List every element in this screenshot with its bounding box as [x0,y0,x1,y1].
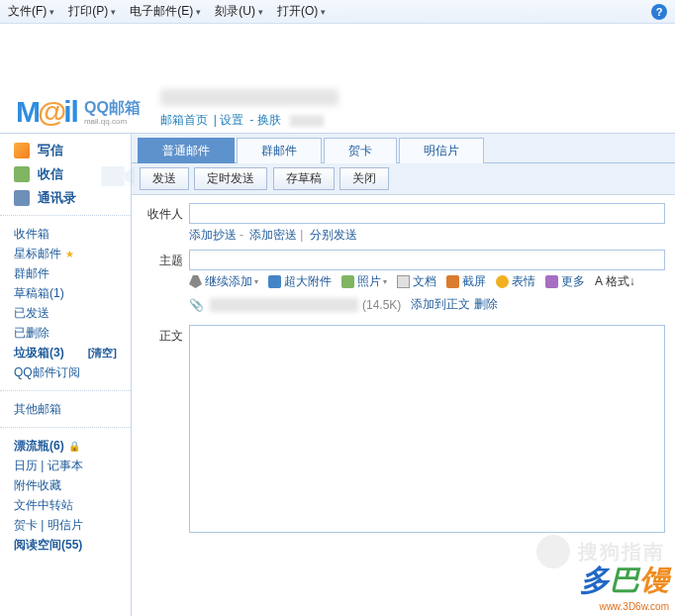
sogou-logo-icon [536,535,570,568]
action-bar: 发送 定时发送 存草稿 关闭 [132,163,675,195]
subject-input[interactable] [189,250,665,270]
subject-label: 主题 [142,250,183,269]
logo-product: QQ邮箱 [84,98,141,119]
compose-form: 收件人 添加抄送- 添加密送| 分别发送 主题 继续添加▾ 超大附件 [132,195,675,547]
photo-icon [341,275,354,288]
attachment-clip-icon: 📎 [189,298,204,312]
help-icon[interactable]: ? [651,4,667,20]
account-email-redacted [160,89,338,106]
folder-list: 收件箱 星标邮件 群邮件 草稿箱(1) 已发送 已删除 垃圾箱(3)[清空] Q… [0,222,131,384]
attach-continue[interactable]: 继续添加▾ [189,273,258,290]
svg-rect-0 [101,166,124,186]
camera-watermark-icon [97,156,139,196]
other-mail-header[interactable]: 其他邮箱 [14,399,117,419]
to-input[interactable] [189,203,665,224]
app-menu-bar: 文件(F)▾ 打印(P)▾ 电子邮件(E)▾ 刻录(U)▾ 打开(O)▾ ? [0,0,675,24]
header-links: 邮箱首页| 设置- 换肤 [160,112,338,129]
body-editor[interactable] [189,325,665,533]
reading-space[interactable]: 阅读空间(55) [14,535,117,555]
emoji[interactable]: 表情 [496,273,535,290]
header-extra-redacted [290,115,324,127]
insert-photo[interactable]: 照片▾ [341,273,387,290]
add-bcc-link[interactable]: 添加密送 [249,228,297,242]
add-cc-link[interactable]: 添加抄送 [189,228,237,242]
insert-doc[interactable]: 文档 [397,273,436,290]
other-list: 漂流瓶(6)🔒 日历 | 记事本 附件收藏 文件中转站 贺卡 | 明信片 阅读空… [0,434,131,557]
drift-bottle[interactable]: 漂流瓶(6)🔒 [14,436,117,456]
attachment-size: (14.5K) [362,298,401,312]
menu-email[interactable]: 电子邮件(E)▾ [130,3,201,20]
to-label: 收件人 [142,203,183,223]
attachments-fav[interactable]: 附件收藏 [14,475,117,495]
body-label: 正文 [142,325,183,345]
save-draft-button[interactable]: 存草稿 [273,167,335,190]
contacts-icon [14,190,30,206]
big-attachment[interactable]: 超大附件 [268,273,332,290]
folder-group[interactable]: 群邮件 [14,263,117,283]
folder-deleted[interactable]: 已删除 [14,323,117,343]
emoji-icon [496,275,509,288]
lock-icon: 🔒 [68,441,80,452]
cc-links: 添加抄送- 添加密送| 分别发送 [189,227,665,244]
schedule-send-button[interactable]: 定时发送 [194,167,267,190]
logo: M@il QQ邮箱 mail.qq.com [16,95,141,129]
tab-group-mail[interactable]: 群邮件 [237,138,322,163]
mail-header: M@il QQ邮箱 mail.qq.com 邮箱首页| 设置- 换肤 [0,75,675,133]
close-button[interactable]: 关闭 [339,167,389,190]
folder-sent[interactable]: 已发送 [14,303,117,323]
watermark-brand: 多巴馒 www.3D6w.com [580,561,669,612]
link-mail-home[interactable]: 邮箱首页 [160,113,208,127]
attachment-add-to-body[interactable]: 添加到正文 [411,296,470,313]
more-tools[interactable]: 更多 [545,273,585,290]
sidebar: 写信 收信 通讯录 收件箱 星标邮件 群邮件 草稿箱(1) 已发送 已删除 垃圾… [0,134,132,616]
more-icon [545,275,558,288]
logo-mark: M@il [16,95,78,129]
empty-spam-link[interactable]: [清空] [88,346,117,360]
screenshot[interactable]: 截屏 [446,273,486,290]
folder-inbox[interactable]: 收件箱 [14,224,117,244]
tab-postcard[interactable]: 明信片 [399,138,484,163]
compose-tabs: 普通邮件 群邮件 贺卡 明信片 [132,134,675,163]
folder-drafts[interactable]: 草稿箱(1) [14,283,117,303]
format-toggle[interactable]: A 格式↓ [595,273,635,290]
tab-card[interactable]: 贺卡 [324,138,397,163]
logo-domain: mail.qq.com [84,117,141,126]
link-settings[interactable]: 设置 [220,113,243,127]
compose-icon [14,143,30,158]
folder-subscription[interactable]: QQ邮件订阅 [14,362,117,382]
tab-normal-mail[interactable]: 普通邮件 [138,138,235,163]
calendar-notes[interactable]: 日历 | 记事本 [14,456,117,475]
menu-burn[interactable]: 刻录(U)▾ [215,3,263,20]
folder-starred[interactable]: 星标邮件 [14,244,117,263]
menu-file[interactable]: 文件(F)▾ [8,3,54,20]
screenshot-icon [446,275,459,288]
attachment-row: 📎 (14.5K) 添加到正文 删除 [189,293,665,319]
account-area: 邮箱首页| 设置- 换肤 [160,89,338,129]
doc-icon [397,275,410,288]
cards-postcards[interactable]: 贺卡 | 明信片 [14,515,117,535]
send-button[interactable]: 发送 [140,167,189,190]
menu-open[interactable]: 打开(O)▾ [277,3,326,20]
editor-toolbar: 继续添加▾ 超大附件 照片▾ 文档 截屏 表情 更多 A 格式↓ [189,270,665,293]
upload-icon [268,275,281,288]
file-transfer[interactable]: 文件中转站 [14,495,117,515]
attachment-name-redacted [210,298,358,312]
separate-send-link[interactable]: 分别发送 [310,228,357,242]
clip-icon [189,275,202,288]
link-skin[interactable]: 换肤 [257,113,281,127]
attachment-delete[interactable]: 删除 [474,296,498,313]
menu-print[interactable]: 打印(P)▾ [68,3,116,20]
folder-spam[interactable]: 垃圾箱(3)[清空] [14,343,117,362]
inbox-icon [14,166,30,182]
